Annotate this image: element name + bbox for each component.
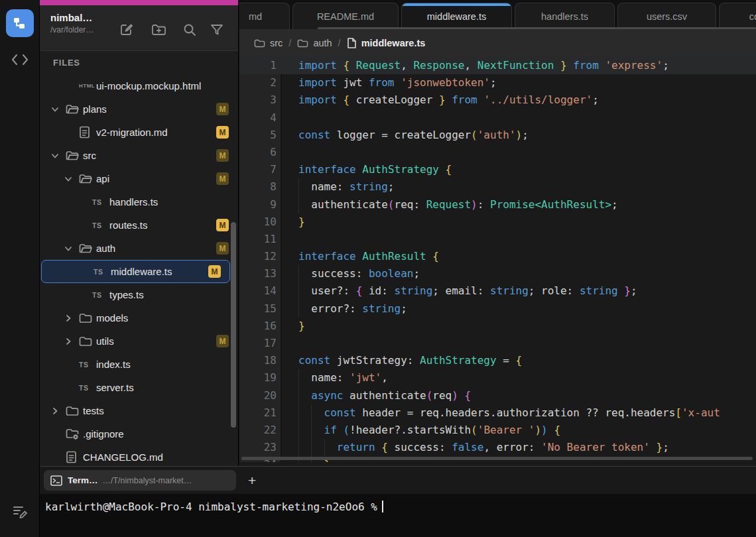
code-line-1[interactable]: 1import { Request, Response, NextFunctio…	[239, 57, 756, 74]
line-number[interactable]: 7	[239, 161, 277, 178]
chevron-down-icon[interactable]	[64, 245, 79, 253]
tree-item-api[interactable]: apiM	[40, 167, 237, 190]
code-line-7[interactable]: 7interface AuthStrategy {	[239, 161, 756, 178]
line-number[interactable]: 22	[239, 422, 277, 439]
git-modified-badge: M	[216, 335, 229, 347]
line-number[interactable]: 21	[239, 404, 277, 422]
code-line-5[interactable]: 5const logger = createLogger('auth');	[239, 127, 756, 144]
doc-icon	[79, 126, 96, 139]
editor-tab-readme-md[interactable]: README.md	[292, 3, 399, 29]
tree-item-models[interactable]: models	[40, 306, 237, 329]
tree-item-server-ts[interactable]: TSserver.ts	[40, 376, 237, 399]
tree-item-label: CHANGELOG.md	[83, 451, 163, 463]
code-line-13[interactable]: 13success: boolean;	[239, 265, 756, 282]
editor-tab-md[interactable]: md	[239, 3, 290, 29]
code-line-14[interactable]: 14user?: { id: string; email: string; ro…	[239, 282, 756, 300]
editor-tab-middleware-ts[interactable]: middleware.ts	[401, 3, 512, 29]
line-number[interactable]: 14	[239, 282, 277, 300]
line-number[interactable]: 9	[239, 196, 277, 213]
tree-item-index-ts[interactable]: TSindex.ts	[40, 353, 237, 376]
terminal-tab[interactable]: Term… …/T/nimbalyst-market…	[44, 470, 236, 491]
tree-item-utils[interactable]: utilsM	[40, 329, 237, 353]
code-line-11[interactable]: 11	[239, 231, 756, 248]
breadcrumb-item-middleware-ts[interactable]: middleware.ts	[347, 37, 426, 49]
code-line-12[interactable]: 12interface AuthResult {	[239, 248, 756, 265]
tree-item--gitignore[interactable]: .gitignore	[40, 422, 237, 446]
code-line-23[interactable]: 23return { success: false, error: 'No Be…	[239, 439, 756, 456]
line-number[interactable]: 23	[239, 439, 277, 456]
code-line-17[interactable]: 17	[239, 335, 756, 352]
code-line-4[interactable]: 4	[239, 109, 756, 127]
tree-item-auth[interactable]: authM	[40, 237, 237, 260]
code-editor[interactable]: 1import { Request, Response, NextFunctio…	[239, 57, 756, 462]
code-line-8[interactable]: 8name: string;	[239, 178, 756, 196]
line-number[interactable]: 19	[239, 369, 277, 387]
line-number[interactable]: 20	[239, 387, 277, 404]
chevron-right-icon[interactable]	[64, 314, 79, 322]
tree-item-types-ts[interactable]: TStypes.ts	[40, 283, 237, 306]
code-panel-icon[interactable]	[0, 53, 40, 66]
line-number[interactable]: 16	[239, 318, 277, 335]
tree-item-ui-mockup-mockup-html[interactable]: HTMLui-mockup.mockup.html	[40, 74, 237, 97]
tree-item-src[interactable]: srcM	[40, 144, 237, 167]
code-line-21[interactable]: 21const header = req.headers.authorizati…	[239, 404, 756, 422]
tree-item-label: .gitignore	[83, 428, 124, 440]
code-line-18[interactable]: 18const jwtStrategy: AuthStrategy = {	[239, 352, 756, 369]
line-number[interactable]: 13	[239, 265, 277, 282]
line-number[interactable]: 17	[239, 335, 277, 352]
code-line-2[interactable]: 2import jwt from 'jsonwebtoken';	[239, 74, 756, 91]
code-line-16[interactable]: 16}	[239, 318, 756, 335]
code-line-10[interactable]: 10}	[239, 213, 756, 231]
line-number[interactable]: 2	[239, 74, 277, 91]
search-icon[interactable]	[182, 23, 197, 37]
code-line-22[interactable]: 22if (!header?.startsWith('Bearer ')) {	[239, 422, 756, 439]
code-line-6[interactable]: 6	[239, 144, 756, 161]
breadcrumb-item-src[interactable]: src	[254, 38, 283, 48]
code-line-20[interactable]: 20async authenticate(req) {	[239, 387, 756, 404]
breadcrumb[interactable]: src/auth/middleware.ts	[239, 29, 756, 57]
line-number[interactable]: 11	[239, 231, 277, 248]
sidebar-scrollbar[interactable]	[231, 222, 236, 428]
tree-item-plans[interactable]: plansM	[40, 97, 237, 121]
tree-item-routes-ts[interactable]: TSroutes.tsM	[40, 213, 237, 237]
app-logo[interactable]	[6, 9, 34, 37]
line-number[interactable]: 3	[239, 91, 277, 109]
line-number[interactable]: 8	[239, 178, 277, 196]
line-number[interactable]: 6	[239, 144, 277, 161]
line-number[interactable]: 15	[239, 300, 277, 318]
line-number[interactable]: 12	[239, 248, 277, 265]
breadcrumb-item-auth[interactable]: auth	[297, 38, 332, 48]
filter-icon[interactable]	[210, 23, 224, 37]
editor-tab-users-csv[interactable]: users.csv	[617, 3, 716, 29]
code-line-3[interactable]: 3import { createLogger } from '../utils/…	[239, 91, 756, 109]
editor-hscrollbar[interactable]	[241, 457, 753, 460]
new-file-icon[interactable]	[119, 23, 134, 37]
tree-item-v2-migration-md[interactable]: v2-migration.mdM	[40, 121, 237, 144]
tree-item-label: middleware.ts	[111, 266, 172, 277]
chevron-down-icon[interactable]	[64, 175, 79, 183]
tree-item-middleware-ts[interactable]: TSmiddleware.tsM	[41, 260, 230, 283]
chevron-down-icon[interactable]	[51, 105, 66, 113]
code-line-19[interactable]: 19name: 'jwt',	[239, 369, 756, 387]
line-number[interactable]: 18	[239, 352, 277, 369]
line-number[interactable]: 4	[239, 109, 277, 127]
tab-bar: mdREADME.mdmiddleware.tshandlers.tsusers…	[239, 0, 756, 29]
chevron-right-icon[interactable]	[64, 337, 79, 345]
new-folder-icon[interactable]	[151, 23, 166, 37]
add-terminal-button[interactable]: +	[248, 473, 256, 489]
tree-item-tests[interactable]: tests	[40, 399, 237, 422]
editor-tab-handlers-ts[interactable]: handlers.ts	[515, 3, 615, 29]
chevron-right-icon[interactable]	[51, 407, 66, 415]
notes-edit-icon[interactable]	[0, 503, 40, 520]
chevron-down-icon[interactable]	[51, 152, 66, 160]
line-number[interactable]: 10	[239, 213, 277, 231]
editor-tab-config[interactable]: config	[719, 3, 756, 29]
files-section-header[interactable]: FILES	[40, 50, 238, 74]
code-line-9[interactable]: 9authenticate(req: Request): Promise<Aut…	[239, 196, 756, 213]
tree-item-changelog-md[interactable]: CHANGELOG.md	[40, 446, 237, 466]
tree-item-handlers-ts[interactable]: TShandlers.ts	[40, 190, 237, 213]
line-number[interactable]: 1	[239, 57, 277, 74]
line-number[interactable]: 5	[239, 127, 277, 144]
terminal-output[interactable]: karlwirth@MacBook-Pro-4 nimbalyst-market…	[40, 494, 756, 537]
code-line-15[interactable]: 15error?: string;	[239, 300, 756, 318]
